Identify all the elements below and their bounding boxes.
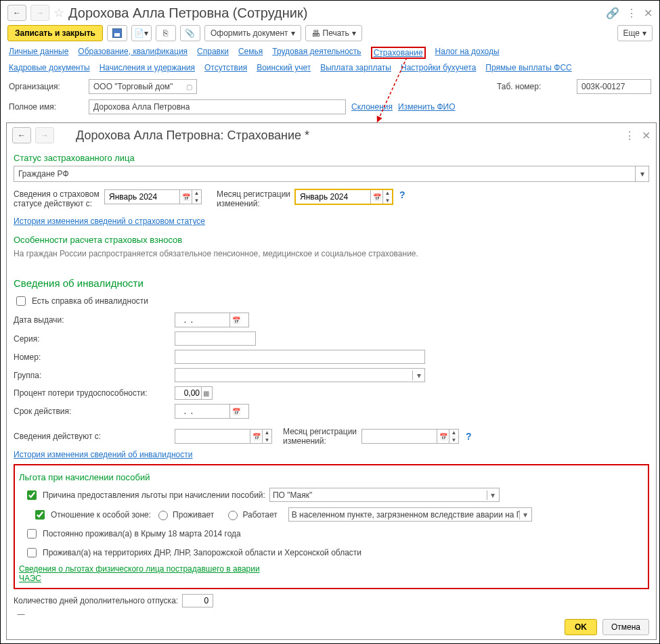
spin-up-icon[interactable]: ▲ <box>192 190 201 198</box>
series-input[interactable] <box>175 331 256 346</box>
disability-history-link[interactable]: История изменения сведений об инвалиднос… <box>14 450 193 459</box>
benefits-section-highlight: Льгота при начислении пособий Причина пр… <box>14 464 649 589</box>
close-icon[interactable]: ✕ <box>644 7 653 20</box>
chevron-down-icon: ▾ <box>352 28 356 38</box>
reg-month2-input[interactable]: 📅 ▲▼ <box>361 429 459 444</box>
reg-month-input[interactable]: 📅 ▲▼ <box>295 189 393 204</box>
swap-button[interactable]: 📄▾ <box>131 25 152 41</box>
sub-forward-button[interactable]: → <box>35 127 54 143</box>
status-history-link[interactable]: История изменения сведений о страховом с… <box>14 216 205 226</box>
date-issue-input[interactable]: 📅 <box>175 313 249 327</box>
percent-label: Процент потери трудоспособности: <box>14 388 171 398</box>
calendar-icon[interactable]: 📅 <box>370 190 382 204</box>
zone-radio-works[interactable] <box>228 511 238 520</box>
percent-input[interactable]: ▦ <box>175 386 213 400</box>
tabn-input[interactable]: 003К-00127 <box>577 79 651 94</box>
reason-checkbox[interactable] <box>27 490 37 500</box>
number-input[interactable] <box>175 350 425 364</box>
valid-from-input[interactable]: 📅 ▲▼ <box>104 189 202 204</box>
crimea-checkbox[interactable] <box>27 529 37 538</box>
link-military[interactable]: Воинский учет <box>257 63 311 72</box>
link-family[interactable]: Семья <box>238 47 263 59</box>
fullname-label: Полное имя: <box>9 102 83 112</box>
calc-features-title: Особенности расчета страховых взносов <box>14 232 649 248</box>
attach-link-icon[interactable]: 🔗 <box>606 7 619 20</box>
dnr-checkbox[interactable] <box>27 548 37 557</box>
reason-select[interactable]: ПО "Маяк" ▾ <box>269 488 500 502</box>
create-document-button[interactable]: Оформить документ ▾ <box>204 25 301 41</box>
kebab-menu-icon[interactable]: ⋮ <box>626 7 637 20</box>
zone-checkbox[interactable] <box>35 510 45 520</box>
chaes-link[interactable]: Сведения о льготах физического лица пост… <box>19 564 263 583</box>
back-button[interactable]: ← <box>7 5 26 21</box>
link-absences[interactable]: Отсутствия <box>204 63 247 72</box>
spin-up-icon[interactable]: ▲ <box>383 190 392 198</box>
print-button[interactable]: Печать ▾ <box>305 25 362 41</box>
calendar-icon[interactable]: 📅 <box>229 313 242 327</box>
calc-icon[interactable]: ▦ <box>201 387 211 399</box>
zone-select[interactable]: В населенном пункте, загрязненном вследс… <box>288 507 532 522</box>
disability-title: Сведения об инвалидности <box>14 275 649 292</box>
valid-till-label: Срок действия: <box>14 407 171 416</box>
info-valid-label: Сведения действуют с: <box>14 432 171 441</box>
group-select[interactable]: ▾ <box>175 368 425 382</box>
chevron-down-icon: ▾ <box>291 28 295 38</box>
sub-back-button[interactable]: ← <box>12 127 31 143</box>
forward-button[interactable]: → <box>30 5 49 21</box>
link-tax[interactable]: Налог на доходы <box>435 47 500 59</box>
ok-button[interactable]: OK <box>565 619 597 635</box>
sub-kebab-icon[interactable]: ⋮ <box>624 129 635 142</box>
favorite-star-icon[interactable]: ☆ <box>53 5 64 20</box>
insured-status-select[interactable]: Граждане РФ ▾ <box>14 166 649 182</box>
link-fss[interactable]: Прямые выплаты ФСС <box>485 63 571 72</box>
link-accruals[interactable]: Начисления и удержания <box>100 63 195 72</box>
chevron-down-icon[interactable]: ▾ <box>635 166 648 181</box>
page-title: Дорохова Алла Петровна (Сотрудник) <box>68 5 307 21</box>
help-icon[interactable]: ? <box>397 189 408 200</box>
link-salary[interactable]: Выплата зарплаты <box>320 63 391 72</box>
organization-input[interactable]: ООО "Торговый дом" ▢ <box>89 79 197 94</box>
calendar-icon[interactable]: 📅 <box>229 405 242 418</box>
calendar-icon[interactable]: 📅 <box>250 430 262 443</box>
info-valid-input[interactable]: 📅 ▲▼ <box>175 429 272 444</box>
change-fio-link[interactable]: Изменить ФИО <box>398 102 456 112</box>
more-button[interactable]: Еще ▾ <box>617 25 653 41</box>
link-insurance[interactable]: Страхование <box>371 47 426 59</box>
sub-close-icon[interactable]: ✕ <box>642 129 651 142</box>
reg-month-label: Месяц регистрации изменений: <box>217 189 291 208</box>
cancel-button[interactable]: Отмена <box>602 619 649 635</box>
insured-status-title: Статус застрахованного лица <box>14 150 649 166</box>
reg-month2-label: Месяц регистрации изменений: <box>283 427 357 446</box>
lookup-icon[interactable]: ▢ <box>186 83 192 91</box>
fullname-input[interactable]: Дорохова Алла Петровна <box>89 99 346 114</box>
calendar-icon[interactable]: 📅 <box>179 190 192 204</box>
link-accounting[interactable]: Настройки бухучета <box>401 63 476 72</box>
reason-label: Причина предоставления льготы при начисл… <box>43 490 265 500</box>
calendar-icon[interactable]: 📅 <box>437 430 449 443</box>
spin-down-icon[interactable]: ▼ <box>383 198 392 204</box>
link-references[interactable]: Справки <box>197 47 229 59</box>
declensions-link[interactable]: Склонения <box>351 102 393 112</box>
link-work[interactable]: Трудовая деятельность <box>272 47 361 59</box>
benefit-title: Льгота при начислении пособий <box>19 469 644 485</box>
chevron-down-icon[interactable]: ▾ <box>519 510 531 520</box>
zone-radio-lives[interactable] <box>158 511 168 520</box>
save-button[interactable] <box>107 25 127 41</box>
add-days-input[interactable] <box>182 594 213 607</box>
link-education[interactable]: Образование, квалификация <box>78 47 188 59</box>
copy-button[interactable]: ⎘ <box>156 25 176 41</box>
sub-title: Дорохова Алла Петровна: Страхование * <box>76 129 309 143</box>
disability-checkbox[interactable] <box>16 296 26 306</box>
printer-icon <box>311 28 320 39</box>
spin-down-icon[interactable]: ▼ <box>192 198 201 204</box>
group-label: Группа: <box>14 371 171 380</box>
link-kadr-docs[interactable]: Кадровые документы <box>9 63 90 72</box>
add-days-label: Количество дней дополнительного отпуска: <box>14 596 178 605</box>
disk-icon <box>112 28 122 38</box>
valid-till-input[interactable]: 📅 <box>175 404 249 419</box>
save-and-close-button[interactable]: Записать и закрыть <box>7 25 103 41</box>
help-icon[interactable]: ? <box>463 431 475 442</box>
paperclip-button[interactable]: 📎 <box>180 25 200 41</box>
chevron-down-icon[interactable]: ▾ <box>487 490 499 500</box>
link-personal-data[interactable]: Личные данные <box>9 47 68 59</box>
